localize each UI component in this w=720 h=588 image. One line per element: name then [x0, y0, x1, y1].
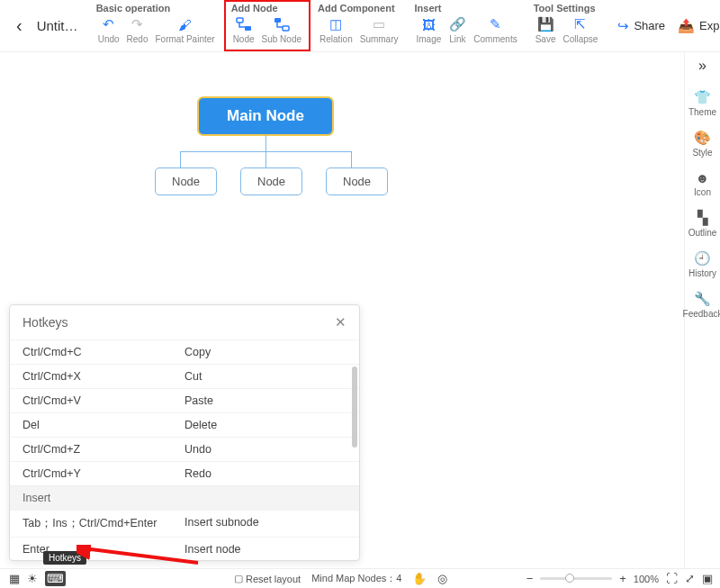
nodes-count: Mind Map Nodes：4: [311, 572, 401, 585]
format-painter-button[interactable]: 🖌Format Painter: [151, 15, 218, 44]
link-icon: 🔗: [448, 15, 466, 33]
hotkey-row: Ctrl/Cmd+YRedo: [10, 461, 359, 485]
fullscreen-icon[interactable]: ⤢: [685, 572, 695, 585]
save-icon: 💾: [536, 15, 554, 33]
subnode-icon: [273, 15, 291, 33]
child-node[interactable]: Node: [155, 167, 217, 195]
sidebar-theme[interactable]: 👕Theme: [688, 83, 716, 123]
summary-button[interactable]: ▭Summary: [356, 15, 402, 44]
group-insert: Insert 🖼Image 🔗Link ✎Comments: [408, 0, 526, 51]
child-node[interactable]: Node: [240, 167, 302, 195]
bottom-bar: ▦ ☀ ⌨ ▢Reset layout Mind Map Nodes：4 ✋ ◎…: [0, 568, 720, 588]
sidebar-feedback[interactable]: 🔧Feedback: [683, 285, 720, 325]
target-icon[interactable]: ◎: [437, 572, 447, 585]
hotkey-row: Ctrl/Cmd+XCut: [10, 364, 359, 388]
insert-image-button[interactable]: 🖼Image: [413, 15, 446, 44]
insert-comments-button[interactable]: ✎Comments: [470, 15, 520, 44]
close-icon[interactable]: ✕: [335, 314, 346, 330]
zoom-slider[interactable]: [540, 577, 612, 580]
brightness-icon[interactable]: ☀: [27, 572, 38, 585]
hotkeys-button[interactable]: ⌨: [45, 571, 66, 586]
export-button[interactable]: 📤Export: [678, 18, 720, 34]
image-icon: 🖼: [419, 15, 437, 33]
zoom-level: 100%: [634, 574, 659, 584]
relation-icon: ◫: [327, 15, 345, 33]
node-icon: [235, 15, 253, 33]
share-button[interactable]: ↪Share: [617, 18, 665, 34]
hotkey-row: Ctrl/Cmd+ZUndo: [10, 437, 359, 461]
svg-rect-2: [274, 18, 281, 23]
relation-button[interactable]: ◫Relation: [316, 15, 356, 44]
svg-rect-0: [237, 18, 243, 23]
group-basic: Basic operation ↶Undo ↷Redo 🖌Format Pain…: [89, 0, 224, 51]
hotkey-row: Tab；Ins；Ctrl/Cmd+EnterInsert subnode: [10, 510, 359, 537]
add-subnode-button[interactable]: Sub Node: [258, 15, 305, 44]
feedback-icon: 🔧: [694, 291, 711, 307]
outline-icon: ▚: [698, 210, 708, 226]
hotkeys-body[interactable]: Ctrl/Cmd+CCopy Ctrl/Cmd+XCut Ctrl/Cmd+VP…: [10, 339, 359, 560]
zoom-out-button[interactable]: −: [526, 572, 534, 585]
group-tool-settings: Tool Settings 💾Save ⇱Collapse: [526, 0, 608, 51]
main-node[interactable]: Main Node: [198, 97, 333, 135]
redo-icon: ↷: [129, 15, 147, 33]
zoom-in-button[interactable]: +: [619, 572, 626, 585]
share-icon: ↪: [617, 18, 629, 34]
presentation-icon[interactable]: ▦: [9, 572, 20, 585]
hotkey-section: Insert: [10, 485, 359, 510]
group-add-component: Add Component ◫Relation ▭Summary: [310, 0, 408, 51]
insert-link-button[interactable]: 🔗Link: [445, 15, 470, 44]
export-icon: 📤: [678, 18, 695, 34]
sidebar-collapse[interactable]: »: [698, 58, 706, 74]
sidebar-outline[interactable]: ▚Outline: [688, 204, 717, 244]
hotkeys-tooltip: Hotkeys: [43, 551, 86, 565]
zoom-thumb[interactable]: [565, 574, 574, 583]
group-add-node: Add Node Node Sub Node: [224, 0, 310, 51]
collapse-button[interactable]: ⇱Collapse: [559, 15, 601, 44]
add-node-button[interactable]: Node: [230, 15, 258, 44]
fit-icon[interactable]: ⛶: [666, 572, 678, 585]
summary-icon: ▭: [370, 15, 388, 33]
scrollbar[interactable]: [352, 366, 357, 448]
hotkey-row: Ctrl/Cmd+VPaste: [10, 388, 359, 412]
sidebar-style[interactable]: 🎨Style: [692, 123, 712, 164]
comment-icon: ✎: [486, 15, 504, 33]
sidebar-history[interactable]: 🕘History: [688, 244, 716, 285]
brush-icon: 🖌: [176, 15, 194, 33]
back-button[interactable]: ‹: [9, 15, 30, 36]
svg-rect-3: [283, 26, 289, 31]
mindmap: Main Node Node Node Node: [198, 97, 333, 135]
right-sidebar: » 👕Theme 🎨Style ☻Icon ▚Outline 🕘History …: [684, 52, 720, 568]
collapse-icon: ⇱: [572, 15, 590, 33]
sidebar-icon[interactable]: ☻Icon: [694, 164, 711, 204]
hotkey-row: Ctrl/Cmd+CCopy: [10, 339, 359, 364]
center-icon[interactable]: ▣: [702, 572, 713, 585]
hotkeys-title: Hotkeys: [22, 315, 68, 330]
reset-icon: ▢: [234, 573, 243, 584]
doc-title[interactable]: Untitl…: [37, 18, 80, 33]
hotkeys-panel: Hotkeys ✕ Ctrl/Cmd+CCopy Ctrl/Cmd+XCut C…: [9, 304, 360, 561]
history-icon: 🕘: [694, 250, 711, 267]
hotkey-row: DelDelete: [10, 412, 359, 437]
topbar: ‹ Untitl… Basic operation ↶Undo ↷Redo 🖌F…: [0, 0, 720, 52]
undo-button[interactable]: ↶Undo: [94, 15, 123, 44]
icon-icon: ☻: [696, 170, 710, 185]
theme-icon: 👕: [694, 89, 711, 105]
save-button[interactable]: 💾Save: [532, 15, 560, 44]
reset-layout-button[interactable]: ▢Reset layout: [234, 573, 301, 584]
undo-icon: ↶: [100, 15, 118, 33]
style-icon: 🎨: [694, 130, 711, 146]
hand-icon[interactable]: ✋: [412, 572, 427, 585]
svg-rect-1: [245, 26, 251, 31]
redo-button[interactable]: ↷Redo: [123, 15, 152, 44]
child-node[interactable]: Node: [326, 167, 388, 195]
